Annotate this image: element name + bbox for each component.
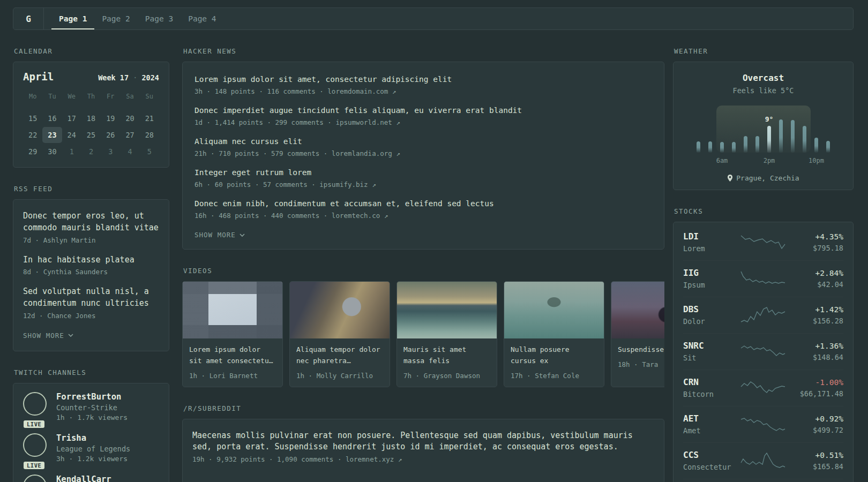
weather-bar-slot <box>822 141 834 153</box>
calendar-day[interactable]: 26 <box>101 127 120 143</box>
nav-tab[interactable]: Page 4 <box>181 8 223 29</box>
rss-item[interactable]: Sed volutpat nulla nisl, a condimentum n… <box>23 286 159 320</box>
calendar-day[interactable]: 20 <box>120 110 139 126</box>
twitch-channel[interactable]: LIVE Trisha League of Legends 3h · 1.2k … <box>23 433 159 463</box>
stock-row[interactable]: CRN Bitcorn -1.00% $66,171.48 <box>683 370 843 406</box>
calendar-day[interactable]: 22 <box>23 127 42 143</box>
hackernews-item[interactable]: Integer eget rutrum lorem 6h · 60 points… <box>194 167 652 189</box>
stock-row[interactable]: LDI Lorem +4.35% $795.18 <box>683 224 843 261</box>
nav-tab[interactable]: Page 3 <box>138 8 181 29</box>
stock-left: LDI Lorem <box>683 231 740 253</box>
weather-location[interactable]: Prague, Czechia <box>683 174 843 182</box>
columns: CALENDAR April Week 17 · 2024 MoTuWeThFr… <box>0 30 868 482</box>
hackernews-item[interactable]: Lorem ipsum dolor sit amet, consectetur … <box>194 74 652 95</box>
weekday-label: We <box>62 90 81 103</box>
video-title: Mauris sit amet massa felis <box>403 344 490 367</box>
stock-price: $499.72 <box>787 426 844 434</box>
stock-name: Sit <box>683 353 740 362</box>
twitch-channel[interactable]: LIVE KendallCarr <box>23 475 159 482</box>
calendar-day[interactable]: 24 <box>62 127 81 143</box>
calendar-day[interactable]: 3 <box>101 144 120 160</box>
video-thumbnail <box>183 282 282 338</box>
calendar-day[interactable]: 23 <box>42 127 62 143</box>
calendar-day[interactable]: 1 <box>62 144 81 160</box>
video-card[interactable]: Suspendisse diam 18h · Tara <box>611 281 664 387</box>
calendar-day[interactable]: 19 <box>101 110 120 126</box>
nav-tab[interactable]: Page 1 <box>51 8 94 29</box>
stock-sparkline <box>740 269 787 288</box>
rss-item-meta: 7d · Ashlyn Martin <box>23 236 159 244</box>
weather-bar <box>697 141 700 153</box>
rss-show-more-button[interactable]: SHOW MORE <box>23 332 73 340</box>
twitch-header: TWITCH CHANNELS <box>14 368 169 376</box>
left-column: CALENDAR April Week 17 · 2024 MoTuWeThFr… <box>13 30 169 482</box>
calendar-day[interactable]: 4 <box>120 144 139 160</box>
stock-left: CRN Bitcorn <box>683 377 740 398</box>
weather-bar-slot <box>752 136 764 153</box>
rss-item[interactable]: In hac habitasse platea 8d · Cynthia Sau… <box>23 254 159 276</box>
nav-tab[interactable]: Page 2 <box>94 8 137 29</box>
video-card[interactable]: Mauris sit amet massa felis 7h · Grayson… <box>396 281 497 387</box>
calendar-day[interactable]: 17 <box>62 110 81 126</box>
calendar-day[interactable]: 28 <box>140 127 159 143</box>
weather-bar <box>826 141 830 153</box>
hackernews-item-title: Donec enim nibh, condimentum et accumsan… <box>194 198 652 209</box>
hackernews-item-meta: 6h · 60 points · 57 comments · ipsumify.… <box>194 180 652 189</box>
stock-row[interactable]: AET Amet +0.92% $499.72 <box>683 406 843 443</box>
calendar-day[interactable]: 27 <box>120 127 139 143</box>
calendar-day[interactable]: 15 <box>23 110 42 126</box>
stock-row[interactable]: CCS Consectetur +0.51% $165.84 <box>683 443 843 479</box>
video-body: Mauris sit amet massa felis 7h · Grayson… <box>397 338 497 387</box>
channel-meta: 1h · 1.7k viewers <box>56 413 128 421</box>
video-card[interactable]: Lorem ipsum dolor sit amet consectetu… 1… <box>182 281 283 387</box>
weekday-label: Mo <box>23 90 42 103</box>
calendar-day[interactable]: 2 <box>81 144 101 160</box>
rss-item[interactable]: Donec tempor eros leo, ut commodo mauris… <box>23 210 159 244</box>
weather-condition: Overcast <box>683 73 843 83</box>
rss-header: RSS FEED <box>14 185 169 193</box>
subreddit-post[interactable]: Maecenas mollis pulvinar erat non posuer… <box>192 430 654 464</box>
stock-row[interactable]: IIG Ipsum +2.84% $42.04 <box>683 261 843 297</box>
hackernews-item-meta: 3h · 148 points · 116 comments · loremdo… <box>194 87 652 95</box>
live-badge: LIVE <box>24 420 44 428</box>
stock-right: +0.92% $499.72 <box>787 415 844 434</box>
calendar-day[interactable]: 25 <box>81 127 101 143</box>
hackernews-show-more-button[interactable]: SHOW MORE <box>194 231 245 239</box>
stock-name: Bitcorn <box>683 390 740 398</box>
stock-change: +1.42% <box>787 305 844 314</box>
video-card[interactable]: Aliquam tempor dolor nec pharetra… 1h · … <box>289 281 390 387</box>
dashboard-page: G Page 1 Page 2 Page 3 Page 4 CALENDAR A… <box>0 0 868 482</box>
weather-bar-slot <box>787 120 799 153</box>
calendar-day[interactable]: 30 <box>42 144 62 160</box>
hackernews-item[interactable]: Aliquam nec cursus elit 21h · 710 points… <box>194 136 652 157</box>
weekday-label: Su <box>140 90 159 103</box>
weather-bar-slot <box>775 119 787 153</box>
calendar-day[interactable]: 29 <box>23 144 42 160</box>
weather-bar <box>708 141 712 153</box>
calendar-day[interactable]: 5 <box>140 144 159 160</box>
weather-bar <box>732 142 736 153</box>
stock-left: CCS Consectetur <box>683 450 740 471</box>
hackernews-item[interactable]: Donec enim nibh, condimentum et accumsan… <box>194 198 652 220</box>
hackernews-item[interactable]: Donec imperdiet augue tincidunt felis al… <box>194 105 652 126</box>
stock-row[interactable]: SNRC Sit +1.36% $148.64 <box>683 334 843 370</box>
stock-price: $66,171.48 <box>787 389 844 398</box>
stocks-header: STOCKS <box>674 207 854 215</box>
weather-feels-like: Feels like 5°C <box>683 86 843 95</box>
stock-change: +0.51% <box>787 451 844 460</box>
app-logo[interactable]: G <box>13 8 43 29</box>
hackernews-widget: Lorem ipsum dolor sit amet, consectetur … <box>182 62 664 250</box>
calendar-day[interactable]: 21 <box>140 110 159 126</box>
stock-row[interactable]: AHS +0.46% <box>683 479 843 482</box>
calendar-day[interactable]: 16 <box>42 110 62 126</box>
twitch-channel[interactable]: LIVE ForrestBurton Counter-Strike 1h · 1… <box>23 392 159 421</box>
hackernews-item-meta: 1d · 1,414 points · 299 comments · ipsum… <box>194 118 652 126</box>
calendar-day[interactable]: 18 <box>81 110 101 126</box>
hackernews-item-title: Donec imperdiet augue tincidunt felis al… <box>194 105 652 116</box>
weather-widget: Overcast Feels like 5°C <box>673 62 854 190</box>
stock-row[interactable]: DBS Dolor +1.42% $156.28 <box>683 297 843 334</box>
stock-left: AET Amet <box>683 413 740 435</box>
channel-game: League of Legends <box>56 445 130 453</box>
video-card[interactable]: Nullam posuere cursus ex 17h · Stefan Co… <box>504 281 604 387</box>
subreddit-post-title: Maecenas mollis pulvinar erat non posuer… <box>192 430 654 454</box>
